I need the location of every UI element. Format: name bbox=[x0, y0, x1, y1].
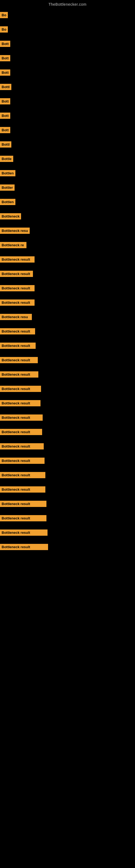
bottleneck-result-label: Bott bbox=[0, 55, 10, 61]
bottleneck-result-label: Bottleneck resu bbox=[0, 227, 30, 234]
items-container: BoBoBottBottBottBottlBottBottBottBottlBo… bbox=[0, 8, 135, 559]
bottleneck-result-label: Bott bbox=[0, 41, 10, 47]
list-item: Bottleneck result bbox=[0, 283, 135, 293]
bottleneck-result-label: Bottleneck result bbox=[0, 300, 35, 306]
list-item: Bo bbox=[0, 10, 135, 20]
list-item: Bottleneck result bbox=[0, 528, 135, 537]
bottleneck-result-label: Bottleneck result bbox=[0, 529, 48, 536]
bottleneck-result-label: Bo bbox=[0, 26, 8, 33]
list-item: Bottleneck result bbox=[0, 269, 135, 279]
list-item: Bottleneck result bbox=[0, 413, 135, 422]
bottleneck-result-label: Bottleneck result bbox=[0, 371, 38, 378]
list-item: Bottleneck result bbox=[0, 298, 135, 307]
list-item: Bottl bbox=[0, 140, 135, 149]
bottleneck-result-label: Bottleneck result bbox=[0, 429, 42, 435]
bottleneck-result-label: Bottleneck result bbox=[0, 271, 33, 277]
list-item: Bottleneck result bbox=[0, 485, 135, 494]
list-item: Bottle bbox=[0, 154, 135, 163]
list-item: Bottleneck result bbox=[0, 355, 135, 365]
bottleneck-result-label: Bottleneck result bbox=[0, 458, 45, 464]
list-item: Bottleneck result bbox=[0, 456, 135, 465]
list-item: Bottleneck bbox=[0, 212, 135, 221]
list-item: Bottleneck result bbox=[0, 255, 135, 264]
list-item: Bott bbox=[0, 68, 135, 77]
bottleneck-result-label: Bottlen bbox=[0, 170, 15, 176]
bottleneck-result-label: Bottlen bbox=[0, 199, 15, 205]
bottleneck-result-label: Bott bbox=[0, 69, 10, 76]
list-item: Bottleneck result bbox=[0, 542, 135, 552]
list-item: Bottleneck result bbox=[0, 341, 135, 350]
list-item: Bottleneck result bbox=[0, 442, 135, 451]
list-item: Bottleneck resu bbox=[0, 226, 135, 236]
list-item: Bottlen bbox=[0, 197, 135, 207]
bottleneck-result-label: Bottl bbox=[0, 141, 11, 148]
list-item: Bottl bbox=[0, 82, 135, 92]
bottleneck-result-label: Bottleneck result bbox=[0, 443, 44, 450]
bottleneck-result-label: Bottleneck result bbox=[0, 386, 41, 392]
bottleneck-result-label: Bottler bbox=[0, 184, 14, 191]
list-item: Bo bbox=[0, 25, 135, 34]
list-item: Bottleneck result bbox=[0, 384, 135, 394]
list-item: Bottleneck result bbox=[0, 370, 135, 379]
list-item: Bottleneck result bbox=[0, 327, 135, 336]
list-item: Bott bbox=[0, 39, 135, 49]
bottleneck-result-label: Bottle bbox=[0, 156, 13, 162]
bottleneck-result-label: Bott bbox=[0, 127, 10, 133]
list-item: Bottleneck result bbox=[0, 470, 135, 480]
bottleneck-result-label: Bo bbox=[0, 12, 8, 18]
list-item: Bottleneck result bbox=[0, 499, 135, 508]
bottleneck-result-label: Bottleneck re bbox=[0, 242, 27, 248]
site-title: TheBottlenecker.com bbox=[0, 0, 135, 8]
bottleneck-result-label: Bottleneck result bbox=[0, 544, 48, 550]
bottleneck-result-label: Bottleneck result bbox=[0, 256, 35, 262]
list-item: Bottlen bbox=[0, 168, 135, 178]
list-item: Bott bbox=[0, 111, 135, 120]
list-item: Bott bbox=[0, 125, 135, 135]
bottleneck-result-label: Bottleneck result bbox=[0, 515, 46, 521]
bottleneck-result-label: Bottleneck result bbox=[0, 285, 35, 291]
list-item: Bottler bbox=[0, 183, 135, 192]
list-item: Bottleneck resu bbox=[0, 312, 135, 322]
bottleneck-result-label: Bottl bbox=[0, 84, 11, 90]
bottleneck-result-label: Bottleneck resu bbox=[0, 314, 32, 320]
bottleneck-result-label: Bottleneck result bbox=[0, 328, 35, 335]
bottleneck-result-label: Bottleneck result bbox=[0, 343, 36, 349]
bottleneck-result-label: Bottleneck result bbox=[0, 400, 41, 406]
bottleneck-result-label: Bottleneck bbox=[0, 213, 21, 219]
list-item: Bottleneck result bbox=[0, 399, 135, 408]
list-item: Bottleneck re bbox=[0, 240, 135, 250]
bottleneck-result-label: Bottleneck result bbox=[0, 486, 45, 493]
list-item: Bottleneck result bbox=[0, 427, 135, 437]
bottleneck-result-label: Bottleneck result bbox=[0, 472, 45, 478]
list-item: Bott bbox=[0, 97, 135, 106]
bottleneck-result-label: Bottleneck result bbox=[0, 501, 46, 507]
list-item: Bott bbox=[0, 54, 135, 63]
bottleneck-result-label: Bott bbox=[0, 98, 10, 104]
list-item: Bottleneck result bbox=[0, 514, 135, 523]
bottleneck-result-label: Bottleneck result bbox=[0, 414, 43, 421]
bottleneck-result-label: Bott bbox=[0, 113, 10, 119]
bottleneck-result-label: Bottleneck result bbox=[0, 357, 38, 363]
